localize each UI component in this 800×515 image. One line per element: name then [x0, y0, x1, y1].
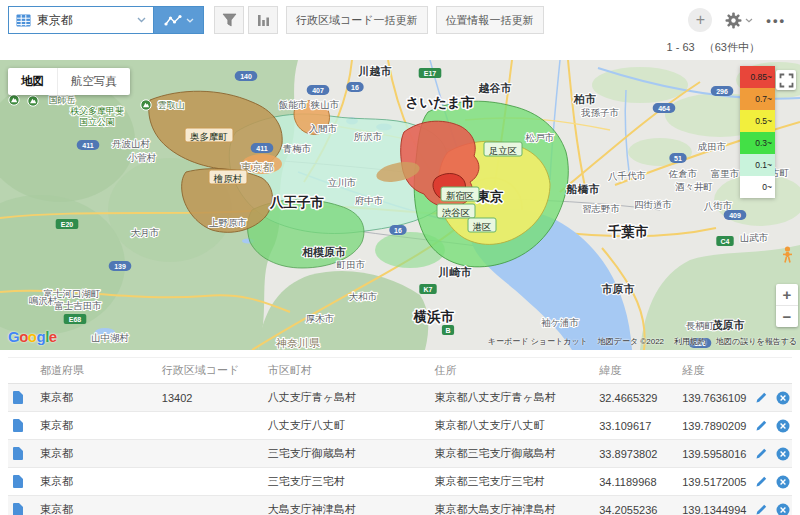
edit-record-button[interactable]	[755, 419, 768, 432]
header-address: 住所	[422, 363, 587, 378]
legend-item: 0.1~	[740, 154, 775, 176]
record-detail-icon[interactable]	[13, 419, 23, 432]
map-label: 成田市	[698, 141, 727, 152]
legend-item: 0.5~	[740, 110, 775, 132]
map-label: 港区	[473, 221, 492, 232]
map-label: 140	[240, 73, 252, 80]
cell-address: 東京都大島支庁神津島村	[422, 502, 587, 515]
map-label: B	[445, 327, 450, 334]
line-chart-icon	[164, 14, 183, 27]
map-label: 酒々井町	[675, 181, 713, 192]
map-label: 16	[394, 227, 402, 234]
map-label: 小菅村	[128, 152, 157, 163]
record-count: 1 - 63 （63件中）	[0, 40, 800, 60]
attribution-link[interactable]: 利用規約	[674, 336, 706, 347]
map-label: 山武市	[740, 232, 769, 243]
delete-record-button[interactable]	[776, 447, 790, 461]
chart-menu-button[interactable]	[154, 6, 204, 34]
map-label: 139	[114, 263, 126, 270]
google-logo[interactable]: Google	[8, 328, 57, 345]
map-label: 相模原市	[301, 246, 346, 258]
zoom-out-button[interactable]: −	[776, 305, 798, 327]
update-location-button[interactable]: 位置情報一括更新	[436, 6, 544, 34]
graph-button[interactable]	[248, 6, 278, 34]
delete-record-button[interactable]	[776, 503, 790, 515]
map-canvas[interactable]: さいたま市東京千葉市横浜市八王子市川越市越谷市柏市船橋市川崎市相模原市市原市茂原…	[0, 60, 800, 350]
map-label: 富士吉田市	[54, 300, 102, 311]
app-settings-button[interactable]	[725, 12, 753, 29]
map-label: 長柄町	[686, 320, 715, 331]
map-label: 上野原市	[209, 217, 248, 228]
attribution-link[interactable]: 地図の誤りを報告する	[716, 336, 797, 347]
map-type-map-button[interactable]: 地図	[8, 68, 57, 95]
map-label: 八千代市	[608, 170, 647, 182]
record-range: 1 - 63	[667, 41, 695, 53]
map-label: 富里市	[711, 168, 740, 179]
table-header: 都道府県 行政区域コード 市区町村 住所 緯度 経度	[8, 357, 792, 384]
map-label: 檜原村	[213, 173, 243, 184]
delete-record-button[interactable]	[776, 419, 790, 433]
cell-address: 東京都八丈支庁青ヶ島村	[422, 390, 587, 405]
fullscreen-icon	[779, 73, 794, 88]
map-type-satellite-button[interactable]: 航空写真	[57, 68, 130, 95]
pegman-control[interactable]	[781, 246, 794, 268]
cell-city: 大島支庁神津島村	[256, 502, 423, 515]
cell-lng: 139.1344994	[670, 504, 754, 515]
attribution-link[interactable]: 地図データ ©2022	[598, 336, 664, 347]
map-label: 越谷市	[478, 82, 512, 94]
mountain-peak-icon	[141, 100, 151, 110]
edit-record-button[interactable]	[755, 503, 768, 515]
add-record-button[interactable]: +	[688, 8, 712, 32]
delete-record-button[interactable]	[776, 391, 790, 405]
update-admin-code-button[interactable]: 行政区域コード一括更新	[286, 6, 428, 34]
delete-record-button[interactable]	[776, 475, 790, 489]
map-label: 習志野市	[582, 203, 621, 214]
edit-record-button[interactable]	[755, 475, 768, 488]
table-row[interactable]: 東京都 八丈支庁八丈町 東京都八丈支庁八丈町 33.109617 139.789…	[8, 412, 792, 440]
record-detail-icon[interactable]	[13, 447, 23, 460]
map-label: 市原市	[602, 283, 635, 295]
more-options-button[interactable]: •••	[766, 13, 786, 28]
cell-pref: 東京都	[28, 418, 150, 433]
filter-button[interactable]	[214, 6, 244, 34]
map-label: C4	[721, 238, 730, 245]
table-row[interactable]: 東京都 三宅支庁御蔵島村 東京都三宅支庁御蔵島村 33.8973802 139.…	[8, 440, 792, 468]
legend-item: 0.7~	[740, 88, 775, 110]
cell-lat: 33.109617	[587, 420, 670, 432]
map-label: E20	[61, 221, 74, 228]
map-label: 入間市	[309, 123, 338, 134]
map-label: 411	[82, 142, 93, 149]
bar-chart-icon	[257, 14, 270, 27]
view-select[interactable]: 東京都	[8, 6, 154, 34]
map-svg[interactable]: さいたま市東京千葉市横浜市八王子市川越市越谷市柏市船橋市川崎市相模原市市原市茂原…	[0, 60, 800, 350]
cell-lng: 139.7890209	[670, 420, 754, 432]
edit-record-button[interactable]	[755, 447, 768, 460]
map-label: 府中市	[355, 195, 384, 206]
cell-pref: 東京都	[28, 474, 150, 489]
cell-lng: 139.7636109	[670, 392, 754, 404]
record-detail-icon[interactable]	[13, 475, 23, 488]
record-detail-icon[interactable]	[13, 503, 23, 515]
record-detail-icon[interactable]	[13, 391, 23, 404]
map-label: 東京	[476, 189, 505, 204]
map-label: E68	[69, 316, 82, 323]
table-row[interactable]: 東京都 三宅支庁三宅村 東京都三宅支庁三宅村 34.1189968 139.51…	[8, 468, 792, 496]
zoom-in-button[interactable]: +	[776, 284, 798, 305]
table-row[interactable]: 東京都 13402 八丈支庁青ヶ島村 東京都八丈支庁青ヶ島村 32.466532…	[8, 384, 792, 412]
map-label: 狭山市	[310, 99, 340, 110]
pegman-icon	[781, 246, 794, 264]
cell-pref: 東京都	[28, 502, 150, 515]
map-label: 町田市	[337, 259, 366, 270]
map-label: 雲取山	[158, 100, 185, 110]
map-label: 大月市	[131, 227, 160, 238]
toolbar-right: + •••	[688, 8, 792, 32]
table-row[interactable]: 東京都 大島支庁神津島村 東京都大島支庁神津島村 34.2055236 139.…	[8, 496, 792, 515]
map-label: 奥多摩町	[190, 131, 228, 142]
attribution-link[interactable]: キーボード ショートカット	[488, 336, 588, 347]
map-label: 横浜市	[413, 309, 455, 325]
map-label: 16	[351, 84, 359, 91]
edit-record-button[interactable]	[755, 391, 768, 404]
cell-pref: 東京都	[28, 446, 150, 461]
map-label: 四街道市	[634, 199, 673, 210]
fullscreen-button[interactable]	[776, 70, 796, 90]
